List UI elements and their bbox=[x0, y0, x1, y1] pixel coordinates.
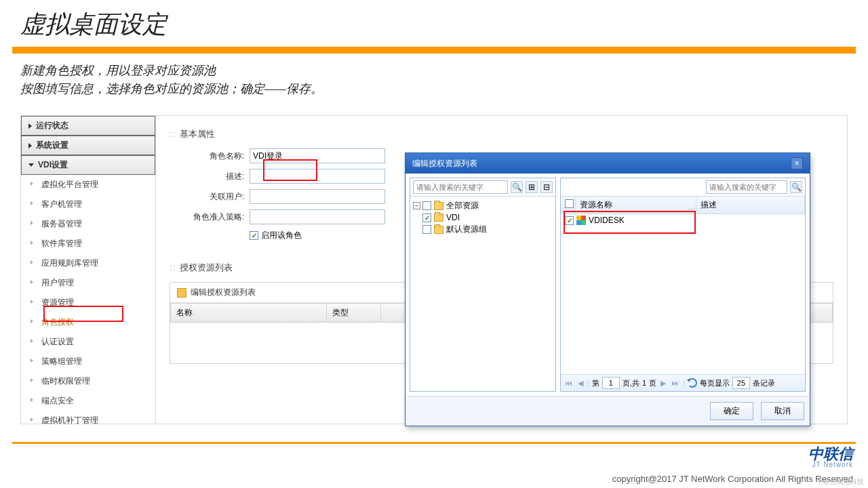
section-label: 基本属性 bbox=[180, 129, 215, 139]
grid-col-type: 类型 bbox=[327, 304, 381, 322]
dialog-edit-auth: 编辑授权资源列表 × 🔍 ⊞ ⊟ − 全部资源 VDI bbox=[405, 152, 810, 426]
sidebar-subitem[interactable]: 资源管理 bbox=[21, 293, 155, 312]
dialog-title-text: 编辑授权资源列表 bbox=[412, 158, 477, 169]
expander-icon[interactable]: − bbox=[413, 202, 420, 209]
grid-col-desc[interactable]: 描述 bbox=[696, 197, 805, 214]
pager-next-icon[interactable]: ▶ bbox=[659, 379, 667, 388]
tree-node-default[interactable]: 默认资源组 bbox=[413, 223, 553, 236]
input-policy[interactable] bbox=[250, 209, 385, 224]
dialog-titlebar[interactable]: 编辑授权资源列表 × bbox=[406, 153, 810, 174]
label-enable: 启用该角色 bbox=[261, 230, 302, 241]
search-icon[interactable]: 🔍 bbox=[790, 181, 802, 193]
pager-page-input[interactable] bbox=[602, 377, 620, 389]
edit-icon bbox=[177, 288, 186, 298]
pager: ⏮ ◀ | 第 页,共 1 页 ▶ ⏭ | 每页显示 条记录 bbox=[561, 374, 805, 391]
sidebar: 运行状态 系统设置 VDI设置 虚拟化平台管理 客户机管理 服务器管理 软件库管… bbox=[20, 115, 156, 424]
search-icon[interactable]: 🔍 bbox=[511, 181, 523, 193]
pager-label: 每页显示 bbox=[700, 378, 730, 388]
tree-node-label: VDI bbox=[446, 213, 460, 222]
divider-bar bbox=[12, 47, 856, 54]
auth-edit-label: 编辑授权资源列表 bbox=[191, 287, 256, 297]
tree-search-input[interactable] bbox=[413, 180, 508, 194]
pager-label: 页 bbox=[649, 378, 656, 388]
watermark: 中联信网络科技 bbox=[816, 477, 864, 487]
tree-root[interactable]: − 全部资源 bbox=[413, 199, 553, 212]
sidebar-subitem-label: 客户机管理 bbox=[41, 199, 82, 209]
tree-node-label: 全部资源 bbox=[446, 200, 479, 211]
sidebar-subitem-label: 软件库管理 bbox=[41, 239, 82, 248]
pager-first-icon[interactable]: ⏮ bbox=[564, 379, 574, 387]
ok-button[interactable]: 确定 bbox=[710, 402, 753, 420]
tree-node-label: 默认资源组 bbox=[446, 224, 487, 235]
sidebar-subitem[interactable]: 虚拟机补丁管理 bbox=[21, 411, 155, 430]
logo-en: JT Network bbox=[808, 462, 853, 468]
pager-last-icon[interactable]: ⏭ bbox=[670, 379, 680, 387]
select-all-checkbox[interactable] bbox=[565, 199, 574, 208]
folder-icon bbox=[434, 226, 443, 234]
sidebar-subitem[interactable]: 服务器管理 bbox=[21, 214, 155, 234]
sidebar-item-label: VDI设置 bbox=[38, 160, 68, 169]
grid-col-resname[interactable]: 资源名称 bbox=[576, 197, 696, 214]
sidebar-subitem[interactable]: 策略组管理 bbox=[21, 352, 155, 371]
tree-checkbox[interactable] bbox=[422, 201, 431, 210]
grid-row[interactable]: VDIDESK bbox=[561, 214, 805, 226]
sidebar-subitem[interactable]: 应用规则库管理 bbox=[21, 253, 155, 273]
sidebar-item-sysconfig[interactable]: 系统设置 bbox=[21, 136, 155, 155]
label-rolename: 角色名称: bbox=[170, 150, 244, 162]
sidebar-subitem-label: 应用规则库管理 bbox=[41, 258, 98, 268]
slide-title: 虚拟桌面设定 bbox=[0, 0, 868, 47]
sidebar-item-vdi[interactable]: VDI设置 bbox=[21, 155, 155, 175]
sidebar-subitem-label: 用户管理 bbox=[41, 278, 74, 287]
sidebar-item-label: 运行状态 bbox=[36, 121, 68, 130]
sidebar-subitem[interactable]: 端点安全 bbox=[21, 391, 155, 411]
slide-subtitle: 新建角色授权，用以登录对应资源池 按图填写信息，选择角色对应的资源池；确定——保… bbox=[0, 54, 868, 105]
sidebar-subitem-label: 认证设置 bbox=[41, 337, 74, 346]
input-desc[interactable] bbox=[250, 169, 385, 184]
sidebar-subitem-label: 策略组管理 bbox=[41, 357, 82, 366]
input-users[interactable] bbox=[250, 189, 385, 204]
tree-node-vdi[interactable]: VDI bbox=[413, 212, 553, 223]
sidebar-subitem[interactable]: 软件库管理 bbox=[21, 234, 155, 253]
cancel-button[interactable]: 取消 bbox=[761, 402, 804, 420]
sidebar-item-runstate[interactable]: 运行状态 bbox=[21, 116, 155, 136]
label-desc: 描述: bbox=[170, 171, 244, 182]
sidebar-subitem[interactable]: 虚拟化平台管理 bbox=[21, 175, 155, 195]
pager-label: 条记录 bbox=[753, 378, 775, 388]
input-rolename[interactable] bbox=[250, 148, 385, 163]
sidebar-item-label: 系统设置 bbox=[36, 140, 68, 150]
tree-checkbox[interactable] bbox=[422, 214, 431, 222]
refresh-icon[interactable] bbox=[688, 378, 697, 388]
logo-cn: 中联信 bbox=[808, 447, 853, 462]
footer: 中联信 JT Network copyright@2017 JT NetWork… bbox=[0, 436, 868, 488]
pager-prev-icon[interactable]: ◀ bbox=[576, 379, 585, 388]
sidebar-subitem-label: 端点安全 bbox=[41, 396, 74, 405]
pager-size-input[interactable] bbox=[732, 377, 750, 389]
grid-pane: 🔍 资源名称 描述 VDIDESK ⏮ ◀ | 第 页,共 1 页 bbox=[560, 178, 806, 392]
sidebar-subitem[interactable]: 客户机管理 bbox=[21, 195, 155, 214]
grid-col-name: 名称 bbox=[171, 304, 327, 322]
divider-bar bbox=[12, 442, 856, 444]
pager-total: 1 bbox=[642, 379, 646, 387]
subtitle-line2: 按图填写信息，选择角色对应的资源池；确定——保存。 bbox=[20, 80, 848, 98]
section-basic: ::基本属性 bbox=[170, 128, 833, 140]
sidebar-subitem[interactable]: 临时权限管理 bbox=[21, 371, 155, 391]
sidebar-subitem-label: 临时权限管理 bbox=[41, 376, 90, 386]
sidebar-subitem[interactable]: 认证设置 bbox=[21, 332, 155, 352]
logo: 中联信 JT Network bbox=[808, 447, 853, 468]
sidebar-subitem-roleauth[interactable]: 角色授权 bbox=[21, 312, 155, 332]
checkbox-enable[interactable] bbox=[250, 231, 258, 240]
close-icon[interactable]: × bbox=[791, 157, 803, 169]
expand-all-icon[interactable]: ⊞ bbox=[526, 181, 538, 193]
collapse-all-icon[interactable]: ⊟ bbox=[540, 181, 553, 193]
grid-search-input[interactable] bbox=[706, 180, 787, 194]
resource-tree: − 全部资源 VDI 默认资源组 bbox=[410, 197, 555, 239]
row-checkbox[interactable] bbox=[565, 216, 574, 225]
label-users: 关联用户: bbox=[170, 191, 244, 203]
folder-icon bbox=[434, 202, 443, 210]
sidebar-subitem-label: 虚拟机补丁管理 bbox=[41, 415, 98, 425]
pager-label: 页,共 bbox=[623, 378, 639, 388]
label-policy: 角色准入策略: bbox=[170, 211, 244, 223]
tree-checkbox[interactable] bbox=[422, 225, 431, 234]
sidebar-subitem[interactable]: 用户管理 bbox=[21, 273, 155, 293]
sidebar-subitem-label: 服务器管理 bbox=[41, 219, 82, 228]
